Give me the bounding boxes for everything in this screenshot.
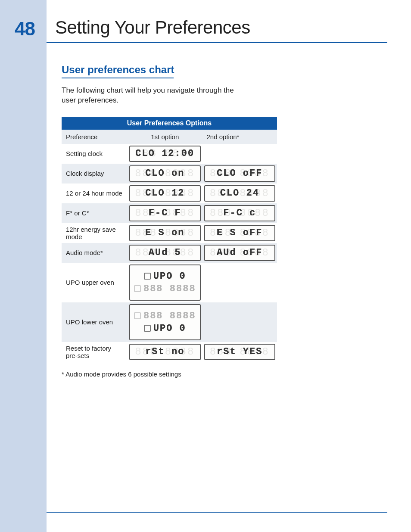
preferences-table: User Preferences Options Preference 1st …: [62, 117, 277, 362]
table-row: Setting clock 888 8888 CLO 12:00: [62, 144, 277, 164]
lcd-display: 888 8888 AUd oFF: [204, 245, 275, 261]
lcd-text: CLO 12:00: [135, 148, 194, 159]
section-heading-rule: [62, 78, 174, 78]
oven-icon: [134, 285, 141, 292]
table-row: UPO upper oven UPO 0 888 8888: [62, 263, 277, 302]
oven-icon: [144, 325, 151, 332]
footnote: * Audio mode provides 6 possible setting…: [62, 370, 387, 378]
table-row: F° or C° 888 8888 F-C F 888 8888 F-C c: [62, 203, 277, 223]
oven-icon: [134, 312, 141, 319]
column-header-preference: Preference: [62, 130, 128, 144]
table-row: Clock display 888 8888 CLO on 888 8888 C…: [62, 164, 277, 184]
lcd-display: 888 8888 rSt YES: [204, 344, 275, 360]
table-row: 12hr energy save mode 888 8888 E S on 88…: [62, 223, 277, 243]
page-number: 48: [15, 18, 35, 40]
section-heading: User preferences chart: [62, 64, 387, 76]
lcd-display: 888 8888 CLO on: [129, 165, 200, 182]
lcd-text: F-C F: [149, 208, 181, 218]
lcd-display: 888 8888 AUd 5: [129, 245, 200, 261]
lcd-text: rSt YES: [217, 346, 262, 357]
column-header-option1: 1st option: [128, 130, 202, 144]
lcd-display: 888 8888 CLO oFF: [204, 165, 275, 182]
lcd-text: CLO 24: [220, 188, 259, 199]
pref-label: F° or C°: [62, 203, 128, 223]
lcd-text: F-C c: [223, 208, 256, 218]
lcd-text: UPO 0: [153, 323, 186, 334]
table-row: UPO lower oven 888 8888 UPO 0: [62, 302, 277, 342]
pref-label: Setting clock: [62, 144, 128, 164]
lcd-text: CLO oFF: [217, 168, 262, 179]
page-title: Setting Your Preferences: [55, 17, 250, 38]
lcd-text: rSt no: [145, 346, 184, 357]
lcd-display: 888 8888 E S oFF: [204, 225, 275, 241]
table-row: 12 or 24 hour mode 888 8888 CLO 12 888 8…: [62, 184, 277, 203]
lcd-display: 888 8888 CLO 12: [129, 185, 200, 202]
intro-paragraph: The following chart will help you naviga…: [62, 86, 243, 106]
lcd-text: AUd oFF: [217, 247, 262, 258]
lcd-ghost: 888 8888: [143, 311, 196, 321]
pref-label: 12 or 24 hour mode: [62, 184, 128, 203]
lcd-text: E S on: [145, 227, 184, 238]
lcd-text: E S oFF: [217, 227, 262, 238]
footer-rule: [47, 512, 387, 513]
lcd-display: 888 8888 E S on: [129, 225, 200, 241]
table-row: Reset to factory pre-sets 888 8888 rSt n…: [62, 342, 277, 362]
pref-label: Audio mode*: [62, 243, 128, 263]
pref-label: UPO upper oven: [62, 263, 128, 302]
lcd-display-double: 888 8888 UPO 0: [129, 304, 200, 340]
oven-icon: [144, 273, 151, 280]
pref-label: Clock display: [62, 164, 128, 184]
table-row: Audio mode* 888 8888 AUd 5 888 8888 AUd …: [62, 243, 277, 263]
lcd-display-double: UPO 0 888 8888: [129, 264, 200, 301]
lcd-display: 888 8888 F-C c: [204, 205, 275, 221]
pref-label: UPO lower oven: [62, 302, 128, 342]
lcd-text: AUd 5: [149, 247, 181, 258]
pref-label: Reset to factory pre-sets: [62, 342, 128, 362]
lcd-display: 888 8888 rSt no: [129, 344, 200, 360]
left-margin-band: [0, 0, 47, 532]
lcd-display: 888 8888 F-C F: [129, 205, 200, 221]
title-rule: [47, 42, 387, 43]
lcd-display: 888 8888 CLO 24: [204, 185, 275, 202]
lcd-text: CLO on: [145, 168, 184, 179]
pref-label: 12hr energy save mode: [62, 223, 128, 243]
table-caption: User Preferences Options: [62, 117, 277, 130]
lcd-ghost: 888 8888: [143, 283, 196, 294]
lcd-display: 888 8888 CLO 12:00: [129, 146, 200, 162]
lcd-text: CLO 12: [145, 188, 184, 199]
lcd-text: UPO 0: [153, 271, 186, 282]
column-header-option2: 2nd option*: [202, 130, 277, 144]
